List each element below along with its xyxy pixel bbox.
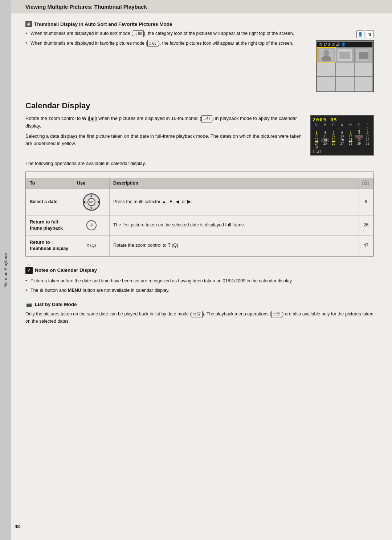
list-date-section: 📷 List by Date Mode Only the pictures ta… <box>25 301 374 325</box>
table-cell-page-2: 26 <box>359 215 373 235</box>
thumbnail-note-section: M Thumbnail Display in Auto Sort and Fav… <box>25 21 374 92</box>
notes-calendar-section: ✓ Notes on Calendar Display Pictures tak… <box>25 267 374 294</box>
table-row-thumbnail: Return tothumbnail display T (Q) Rotate … <box>26 235 373 256</box>
t-zoom-q-label: (Q) <box>90 243 96 248</box>
table-cell-use-2: ® <box>73 215 110 235</box>
thumb-cell-6 <box>355 63 372 76</box>
person-icon-box: 👤 <box>356 30 364 38</box>
col-header-description: Description <box>110 178 359 189</box>
thumb-cell-5 <box>336 63 354 76</box>
table-cell-page-3: 47 <box>359 235 373 256</box>
table-row-fullframe: Return to full-frame playback ® The firs… <box>26 215 373 235</box>
header-icons: 🖨 🔊 👤 <box>331 43 346 47</box>
thumb-cell-9 <box>355 77 372 91</box>
table-cell-to-3: Return tothumbnail display <box>26 235 73 256</box>
table-cell-use-3: T (Q) <box>73 235 110 256</box>
note-icon: M <box>25 21 32 27</box>
section-title: Calendar Display <box>25 101 374 110</box>
svg-rect-6 <box>359 52 368 59</box>
thumbnail-header-bar: IN 1/ 3 🖨 🔊 👤 <box>317 42 372 47</box>
dpad-up-arrow: ▲ <box>90 193 93 198</box>
book-ref-header: □ <box>363 181 368 186</box>
bullet-item-1: When thumbnails are displayed in auto so… <box>25 30 305 37</box>
page-header: Viewing Multiple Pictures: Thumbnail Pla… <box>11 0 392 13</box>
camera-screen-icons: 👤 🗑 <box>356 30 374 38</box>
dpad-right-arrow: ▶ <box>98 200 100 204</box>
notes-cal-title: ✓ Notes on Calendar Display <box>25 267 374 274</box>
dpad-left-arrow: ◀ <box>83 200 85 204</box>
thumb-cell-4 <box>317 63 335 76</box>
calendar-text: Rotate the zoom control to W (▣) when th… <box>25 115 303 150</box>
notes-bullet-1: Pictures taken before the date and time … <box>25 278 374 285</box>
cal-header-row: SUMTUWThFS <box>313 124 372 127</box>
thumbnail-grid <box>317 48 372 91</box>
calendar-intro: Rotate the zoom control to W (▣) when th… <box>25 115 374 156</box>
cal-para-2: Selecting a date displays the first pict… <box>25 133 303 147</box>
ok-button: ® <box>86 220 97 230</box>
list-date-title: 📷 List by Date Mode <box>25 301 374 308</box>
note-body: When thumbnails are displayed in auto so… <box>25 30 374 92</box>
table-cell-desc-2: The first picture taken on the selected … <box>110 215 359 235</box>
thumbnail-grid-wrapper: IN 1/ 3 🖨 🔊 👤 <box>316 40 374 92</box>
col-header-to: To <box>26 178 73 189</box>
calendar-section: Calendar Display Rotate the zoom control… <box>25 101 374 257</box>
svg-rect-4 <box>339 52 350 59</box>
cal-para-3: The following operations are available i… <box>25 160 374 167</box>
list-date-title-text: List by Date Mode <box>35 302 77 307</box>
table-cell-to-2: Return to full-frame playback <box>26 215 73 235</box>
list-date-text: Only the pictures taken on the same date… <box>25 311 374 325</box>
camera-thumbnail-screen: 👤 🗑 IN 1/ 3 🖨 🔊 👤 <box>312 30 374 92</box>
table-cell-desc-3: Rotate the zoom control to T (Q). <box>110 235 359 256</box>
thumb-cell-7 <box>317 77 335 91</box>
trash-icon-box: 🗑 <box>366 30 374 38</box>
cal-para-1: Rotate the zoom control to W (▣) when th… <box>25 115 303 130</box>
notes-bullet-2: The 🗑 button and MENU button are not ava… <box>25 287 374 294</box>
note-title-text: Thumbnail Display in Auto Sort and Favor… <box>34 21 172 27</box>
table-row-select-date: Select a date ▲ ▼ ◀ ▶ OK <box>26 189 373 215</box>
dpad-center-ok: OK <box>87 198 95 206</box>
ok-button-container: ® <box>77 220 106 230</box>
side-tab-label: More on Playback <box>3 253 8 287</box>
multi-selector-control: ▲ ▼ ◀ ▶ OK <box>77 193 106 211</box>
notes-cal-title-text: Notes on Calendar Display <box>35 267 97 273</box>
thumb-cell-2 <box>336 48 354 62</box>
bullet-item-2: When thumbnails are displayed in favorit… <box>25 40 305 47</box>
svg-point-1 <box>323 49 329 57</box>
operations-table-container: To Use Description □ Select a date <box>25 172 374 257</box>
table-cell-desc-1: Press the multi selector ▲, ▼, ◀, or ▶. <box>110 189 359 215</box>
ok-label: ® <box>90 222 93 228</box>
header-in: IN <box>319 43 322 47</box>
page-container: More on Playback Viewing Multiple Pictur… <box>0 0 392 540</box>
table-cell-page-1: 9 <box>359 189 373 215</box>
note-text-block: When thumbnails are displayed in auto so… <box>25 30 305 50</box>
col-header-use: Use <box>73 178 110 189</box>
svg-marker-7 <box>368 51 370 60</box>
page-number: 48 <box>15 524 20 529</box>
t-zoom-label: T <box>87 242 90 249</box>
check-icon: ✓ <box>25 267 33 274</box>
table-cell-to-1: Select a date <box>26 189 73 215</box>
col-header-book: □ <box>359 178 373 189</box>
t-zoom-container: T (Q) <box>77 242 106 249</box>
note-title: M Thumbnail Display in Auto Sort and Fav… <box>25 21 374 27</box>
cal-body: 1 2 3 4 5 6 7 8 9 10 11 12 13 14 <box>313 128 372 149</box>
table-cell-use-1: ▲ ▼ ◀ ▶ OK <box>73 189 110 215</box>
operations-table: To Use Description □ Select a date <box>26 178 373 256</box>
thumb-cell-3 <box>355 48 372 62</box>
dpad-down-arrow: ▼ <box>90 206 93 211</box>
side-tab: More on Playback <box>0 0 11 540</box>
dpad-cross: ▲ ▼ ◀ ▶ OK <box>82 193 101 211</box>
table-header-row: To Use Description □ <box>26 178 373 189</box>
thumb-cell-1 <box>317 48 335 62</box>
camera-icon: 📷 <box>25 301 33 308</box>
main-content: Viewing Multiple Pictures: Thumbnail Pla… <box>11 0 392 540</box>
page-header-text: Viewing Multiple Pictures: Thumbnail Pla… <box>25 4 147 10</box>
cal-year-month: 2009 05 <box>313 117 372 122</box>
calendar-screen: 2009 05 SUMTUWThFS 1 2 3 4 <box>310 115 374 156</box>
cal-footer: [ 18] <box>313 150 372 153</box>
thumb-cell-8 <box>336 77 354 91</box>
header-count: 1/ 3 <box>324 43 330 47</box>
